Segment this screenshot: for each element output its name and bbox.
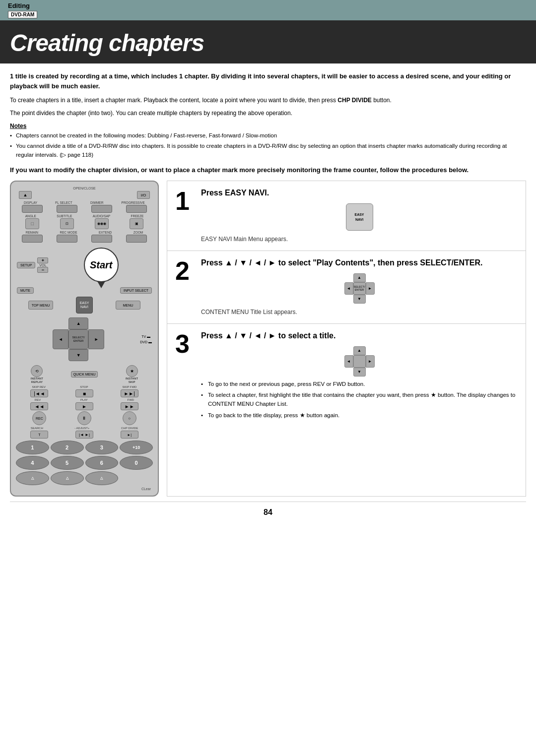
note-item: You cannot divide a title of a DVD-R/RW …	[10, 142, 526, 159]
step-1-content: Press EASY NAVI. EASYNAVI EASY NAVI Main…	[201, 188, 518, 244]
dpad: ▲ ◄ SELECT/ENTER ► ▼	[53, 317, 104, 361]
zoom-button[interactable]	[126, 235, 147, 243]
title-banner: Creating chapters	[0, 20, 536, 63]
dimmer-button[interactable]	[91, 205, 112, 213]
chp-divide-button[interactable]: ►|	[121, 431, 138, 439]
vol-plus-button[interactable]: +	[37, 257, 48, 263]
pause-button[interactable]: ⏸	[77, 411, 91, 425]
step-1-title: Press EASY NAVI.	[201, 188, 518, 198]
step-1-icon-area: EASYNAVI	[201, 203, 518, 231]
dpad-left-button[interactable]: ◄	[53, 329, 68, 349]
select-enter-icon: ▲ ◄ SELECT/ENTER ► ▼	[344, 273, 375, 304]
steps-area: OPEN/CLOSE ▲ I/O DISPLAY FL SELECT DIMME…	[10, 181, 526, 497]
step-2-content: Press ▲ / ▼ / ◄ / ► to select "Play Cont…	[201, 258, 518, 316]
input-select-button[interactable]: INPUT SELECT	[120, 287, 152, 294]
rev-button[interactable]: ◄◄	[30, 402, 48, 410]
progressive-button[interactable]	[126, 205, 147, 213]
star-button[interactable]: ★	[126, 365, 138, 377]
fwd-button[interactable]: ►►	[121, 402, 138, 410]
num-6-button[interactable]: 6	[85, 456, 119, 470]
vol-label: VOL	[39, 263, 46, 267]
intro-para1: To create chapters in a title, insert a …	[10, 96, 526, 105]
mini-dpad-down: ▼	[353, 295, 366, 304]
mini-dpad-center-3	[353, 355, 366, 368]
notes-section: Notes Chapters cannot be created in the …	[10, 123, 526, 159]
editing-label: Editing	[8, 2, 30, 9]
page-title: Creating chapters	[10, 29, 526, 57]
dvd-ram-tag: DVD-RAM	[8, 11, 37, 18]
page-number: 84	[10, 502, 526, 523]
remain-label-row: REMAIN REC MODE EXTEND ZOOM	[15, 231, 154, 234]
remain-button[interactable]	[22, 235, 43, 243]
mini-dpad-right-3: ►	[366, 355, 375, 368]
dpad-up-button[interactable]: ▲	[68, 317, 88, 329]
frame-counter-note: If you want to modify the chapter divisi…	[10, 165, 526, 175]
easy-navi-button[interactable]: EASYNAVI	[76, 297, 93, 314]
steps-panel: 1 Press EASY NAVI. EASYNAVI EASY NAVI Ma…	[167, 181, 526, 497]
mute-button[interactable]: MUTE	[17, 287, 34, 294]
numpad: 1 2 3 +10 4 5 6 0 △ △ △	[16, 441, 153, 485]
display-btn-row	[15, 205, 154, 213]
stop-button[interactable]: ■	[75, 389, 93, 397]
display-button[interactable]	[22, 205, 43, 213]
num-0-button[interactable]: 0	[120, 456, 153, 470]
rec-button[interactable]: REC	[32, 411, 46, 425]
skip-fwd-button[interactable]: ►►|	[121, 389, 138, 397]
num-5-button[interactable]: 5	[51, 456, 84, 470]
clear-label: CLear	[15, 487, 154, 491]
mini-dpad-center: SELECT/ENTER	[353, 282, 366, 295]
rec-circle: ○	[123, 411, 136, 425]
vol-minus-button[interactable]: −	[37, 267, 48, 273]
step-2-description: CONTENT MENU Title List appears.	[201, 308, 518, 316]
start-button[interactable]: Start	[84, 248, 119, 282]
step-3: 3 Press ▲ / ▼ / ◄ / ► to select a title.…	[167, 324, 526, 429]
num-8-button[interactable]: △	[51, 471, 84, 485]
dpad-down-button[interactable]: ▼	[68, 349, 88, 361]
mini-dpad-left: ◄	[344, 282, 353, 295]
angle-button[interactable]: ⬚	[25, 218, 39, 229]
num-4-button[interactable]: 4	[16, 456, 49, 470]
num-2-button[interactable]: 2	[51, 441, 84, 454]
select-enter-button[interactable]: SELECT/ENTER	[68, 329, 88, 349]
dpad-icon-3: ▲ ◄ ► ▼	[344, 346, 375, 377]
rec-mode-button[interactable]	[57, 235, 77, 243]
easy-navi-icon: EASYNAVI	[346, 203, 373, 231]
num-7-button[interactable]: △	[16, 471, 49, 485]
setup-button[interactable]: SETUP	[17, 262, 35, 268]
fl-select-button[interactable]	[57, 205, 77, 213]
step-1: 1 Press EASY NAVI. EASYNAVI EASY NAVI Ma…	[167, 181, 526, 251]
num-3-button[interactable]: 3	[85, 441, 119, 454]
extend-button[interactable]	[91, 235, 112, 243]
subtitle-button[interactable]: ⊡	[60, 218, 74, 229]
play-button[interactable]: ►	[75, 402, 93, 410]
instant-replay-button[interactable]: ⟲	[31, 365, 43, 377]
eject-button[interactable]: ▲	[19, 191, 32, 199]
step-1-description: EASY NAVI Main Menu appears.	[201, 235, 518, 244]
step-3-title: Press ▲ / ▼ / ◄ / ► to select a title.	[201, 331, 518, 341]
audio-button[interactable]: ◉◉◉	[95, 218, 109, 229]
num-9-button[interactable]: △	[85, 471, 119, 485]
step-3-number: 3	[175, 331, 195, 357]
mini-dpad-right: ►	[366, 282, 375, 295]
angle-btn-row: ⬚ ⊡ ◉◉◉ ▣	[15, 218, 154, 229]
remain-btn-row	[15, 235, 154, 243]
notes-list: Chapters cannot be created in the follow…	[10, 131, 526, 159]
remote-control: OPEN/CLOSE ▲ I/O DISPLAY FL SELECT DIMME…	[10, 181, 159, 497]
search-button[interactable]: T	[30, 431, 48, 439]
freeze-button[interactable]: ▣	[130, 218, 143, 229]
num-plus10-button[interactable]: +10	[120, 441, 153, 454]
intro-para2: The point divides the chapter (into two)…	[10, 109, 526, 118]
dpad-right-button[interactable]: ►	[88, 329, 104, 349]
rec-row: REC ⏸ ○	[17, 411, 152, 425]
open-close-label: OPEN/CLOSE	[15, 187, 154, 190]
num-1-button[interactable]: 1	[16, 441, 49, 454]
skip-rev-button[interactable]: |◄◄	[30, 389, 48, 397]
rev-play-fwd-row: ◄◄ ► ►►	[17, 402, 152, 410]
menu-button[interactable]: MENU	[116, 301, 140, 310]
power-button[interactable]: I/O	[137, 191, 150, 199]
adjust-button[interactable]: |◄ ►|	[75, 431, 93, 439]
top-menu-button[interactable]: TOP MENU	[28, 301, 53, 310]
step-3-bullet-2: To select a chapter, first highlight the…	[201, 390, 518, 409]
search-adjust-chp-row: T |◄ ►| ►|	[17, 431, 152, 439]
quick-menu-button[interactable]: QUICK MENU	[71, 371, 98, 378]
